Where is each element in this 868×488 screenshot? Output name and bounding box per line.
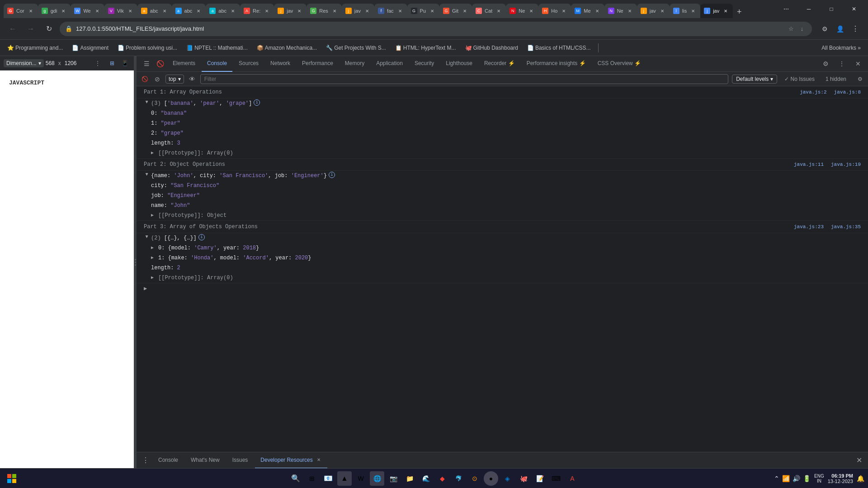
bottom-panel-close-button[interactable]: ✕ bbox=[854, 455, 864, 466]
tab-close-3[interactable]: ✕ bbox=[94, 7, 101, 14]
tab-lighthouse[interactable]: Lighthouse bbox=[440, 56, 478, 72]
file-ref-java-35[interactable]: java.js:35 bbox=[831, 224, 861, 230]
clear-console-button[interactable]: 🚫 bbox=[140, 75, 149, 84]
tab-14[interactable]: G Git ✕ bbox=[439, 4, 472, 18]
devtools-close-x-button[interactable]: ✕ bbox=[852, 57, 864, 70]
taskbar-notes-icon[interactable]: 📝 bbox=[533, 471, 547, 486]
devtools-settings-button[interactable]: ⚙ bbox=[819, 57, 832, 70]
taskbar-chrome-icon[interactable]: ● bbox=[484, 471, 498, 486]
bookmark-nptel[interactable]: 📘 NPTEL :: Mathemati... bbox=[183, 43, 251, 53]
tab-recorder[interactable]: Recorder ⚡ bbox=[479, 56, 520, 72]
menu-button[interactable]: ⋮ bbox=[848, 22, 863, 36]
tab-close-19[interactable]: ✕ bbox=[626, 7, 633, 14]
file-ref-java-11[interactable]: java.js:11 bbox=[794, 162, 824, 167]
tab-gmail[interactable]: G Cor ✕ bbox=[4, 4, 38, 18]
back-button[interactable]: ← bbox=[5, 22, 20, 36]
taskbar-we-icon[interactable]: W bbox=[354, 471, 368, 486]
array-obj-expand-arrow[interactable]: ▶ bbox=[142, 235, 151, 241]
tab-application[interactable]: Application bbox=[371, 56, 408, 72]
item-1-expand[interactable]: ▶ bbox=[151, 254, 156, 262]
bookmark-assignment[interactable]: 📄 Assignment bbox=[68, 43, 112, 53]
object-info-icon[interactable]: i bbox=[329, 172, 335, 178]
taskbar-task-view-icon[interactable]: ⊞ bbox=[305, 471, 319, 486]
context-selector[interactable]: top ▾ bbox=[165, 75, 184, 84]
tab-performance-insights[interactable]: Performance insights ⚡ bbox=[521, 56, 591, 72]
window-close-button[interactable]: ✕ bbox=[844, 2, 864, 16]
default-levels-button[interactable]: Default levels ▾ bbox=[732, 75, 777, 84]
bottom-tab-issues[interactable]: Issues bbox=[227, 452, 254, 469]
bookmark-basics[interactable]: 📄 Basics of HTML/CSS... bbox=[524, 43, 594, 53]
tab-8[interactable]: A Re: ✕ bbox=[240, 4, 274, 18]
tab-network[interactable]: Network bbox=[265, 56, 296, 72]
window-more-button[interactable]: ⋯ bbox=[776, 2, 797, 16]
download-icon[interactable]: ↓ bbox=[797, 24, 807, 33]
tab-close-17[interactable]: ✕ bbox=[560, 7, 567, 14]
taskbar-mysql-icon[interactable]: 🐬 bbox=[451, 471, 466, 486]
tab-elements[interactable]: Elements bbox=[167, 56, 201, 72]
tray-network-icon[interactable]: 📶 bbox=[782, 475, 790, 482]
reload-button[interactable]: ↻ bbox=[42, 22, 56, 36]
tab-close-4[interactable]: ✕ bbox=[127, 7, 134, 14]
tray-volume-icon[interactable]: 🔊 bbox=[793, 475, 800, 482]
tab-2[interactable]: g gdi ✕ bbox=[38, 4, 71, 18]
file-ref-java-8[interactable]: java.js:8 bbox=[834, 89, 861, 95]
tab-close-18[interactable]: ✕ bbox=[594, 7, 601, 14]
tab-20[interactable]: j jav ✕ bbox=[637, 4, 670, 18]
dimension-settings-button[interactable]: ⋮ bbox=[92, 58, 103, 69]
window-maximize-button[interactable]: □ bbox=[821, 2, 842, 16]
prototype-arrow-1[interactable]: ▶ bbox=[151, 149, 156, 157]
array-expand-arrow[interactable]: ▶ bbox=[142, 101, 151, 106]
all-bookmarks-button[interactable]: All Bookmarks » bbox=[818, 43, 864, 53]
devtools-more-button[interactable]: ⋮ bbox=[835, 57, 848, 70]
tab-sources[interactable]: Sources bbox=[233, 56, 264, 72]
tab-close-gmail[interactable]: ✕ bbox=[27, 7, 34, 14]
device-mode-button[interactable]: 📱 bbox=[119, 58, 130, 69]
tab-19[interactable]: N Ne ✕ bbox=[604, 4, 637, 18]
taskbar-github-icon[interactable]: 🐙 bbox=[516, 471, 531, 486]
tray-up-arrow[interactable]: ⌃ bbox=[774, 475, 779, 482]
bottom-tab-developer-resources[interactable]: Developer Resources ✕ bbox=[255, 452, 327, 469]
tab-close-21[interactable]: ✕ bbox=[689, 7, 697, 14]
bookmark-programming[interactable]: ⭐ Programming and... bbox=[4, 43, 66, 53]
tab-15[interactable]: C Cat ✕ bbox=[472, 4, 506, 18]
console-settings-button[interactable]: ⚙ bbox=[855, 75, 864, 84]
tab-memory[interactable]: Memory bbox=[340, 56, 370, 72]
tab-css-overview[interactable]: CSS Overview ⚡ bbox=[592, 56, 646, 72]
dimension-preset-dropdown[interactable]: Dimension... ▾ bbox=[4, 59, 44, 67]
tab-13[interactable]: G Pu ✕ bbox=[407, 4, 439, 18]
tab-close-11[interactable]: ✕ bbox=[363, 7, 371, 14]
tab-close-20[interactable]: ✕ bbox=[659, 7, 666, 14]
tab-7[interactable]: a abc ✕ bbox=[206, 4, 240, 18]
array-obj-info-icon[interactable]: i bbox=[198, 234, 205, 240]
tray-battery-icon[interactable]: 🔋 bbox=[803, 475, 811, 482]
tab-performance[interactable]: Performance bbox=[297, 56, 339, 72]
item-0-expand[interactable]: ▶ bbox=[151, 244, 156, 252]
prototype-arrow-3[interactable]: ▶ bbox=[151, 274, 156, 282]
tab-close-15[interactable]: ✕ bbox=[495, 7, 502, 14]
tab-security[interactable]: Security bbox=[409, 56, 439, 72]
object-expand-arrow[interactable]: ▶ bbox=[142, 173, 151, 178]
taskbar-capture-icon[interactable]: 📷 bbox=[386, 471, 401, 486]
tab-close-7[interactable]: ✕ bbox=[229, 7, 236, 14]
tab-10[interactable]: G Res ✕ bbox=[307, 4, 342, 18]
address-box[interactable]: 🔒 127.0.0.1:5500/HTML_FILES/javascript/j… bbox=[60, 22, 812, 36]
bottom-panel-menu-button[interactable]: ⋮ bbox=[140, 455, 151, 466]
responsive-mode-button[interactable]: ⊞ bbox=[107, 58, 118, 69]
tab-17[interactable]: H Ho ✕ bbox=[538, 4, 571, 18]
tab-close-5[interactable]: ✕ bbox=[161, 7, 168, 14]
bookmark-github[interactable]: 🐙 GitHub Dashboard bbox=[462, 43, 522, 53]
taskbar-terminal-icon[interactable]: ⌨ bbox=[549, 471, 563, 486]
tab-18[interactable]: M Me ✕ bbox=[571, 4, 604, 18]
tab-active[interactable]: j jav ✕ bbox=[700, 4, 733, 18]
profile-button[interactable]: 👤 bbox=[833, 22, 847, 36]
tab-close-10[interactable]: ✕ bbox=[331, 7, 338, 14]
bookmark-amazon[interactable]: 📦 Amazon Mechanica... bbox=[253, 43, 321, 53]
taskbar-edge-icon[interactable]: 🌊 bbox=[419, 471, 433, 486]
tab-close-6[interactable]: ✕ bbox=[195, 7, 202, 14]
taskbar-gmail-icon[interactable]: 📧 bbox=[321, 471, 335, 486]
file-ref-java-19[interactable]: java.js:19 bbox=[831, 162, 861, 167]
bottom-tab-whats-new[interactable]: What's New bbox=[185, 452, 225, 469]
taskbar-search-icon[interactable]: 🔍 bbox=[288, 471, 303, 486]
tab-close-8[interactable]: ✕ bbox=[263, 7, 270, 14]
bottom-tab-close-icon[interactable]: ✕ bbox=[316, 457, 322, 463]
